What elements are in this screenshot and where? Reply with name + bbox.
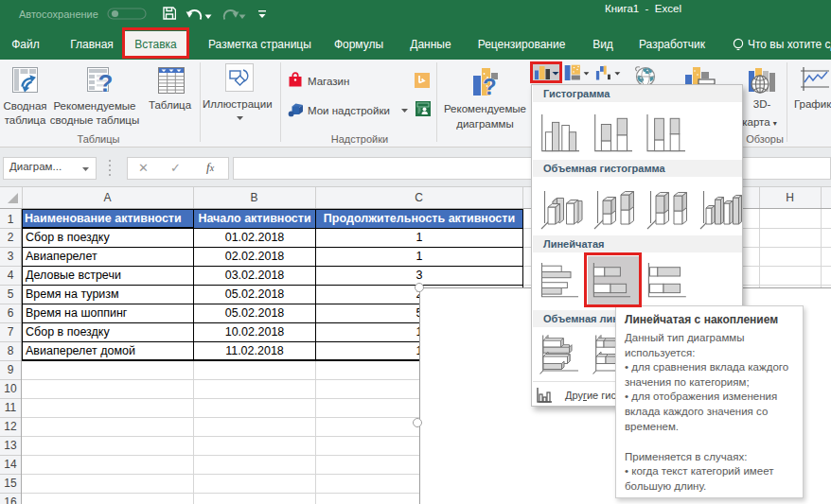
svg-text:?: ? (98, 69, 114, 94)
svg-text:?: ? (483, 74, 497, 96)
